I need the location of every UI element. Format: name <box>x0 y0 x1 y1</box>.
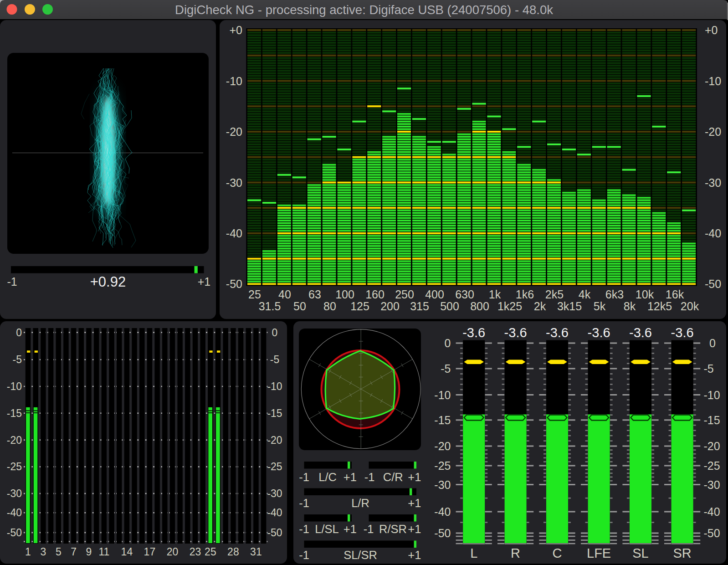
svg-text:0: 0 <box>16 327 22 339</box>
svg-text:1k: 1k <box>489 288 501 301</box>
svg-text:12k5: 12k5 <box>647 300 672 313</box>
svg-text:-10: -10 <box>267 380 282 392</box>
svg-text:-20: -20 <box>434 440 451 452</box>
svg-text:+0.92: +0.92 <box>90 274 126 290</box>
svg-text:-3.6: -3.6 <box>629 325 652 340</box>
svg-text:-5: -5 <box>13 354 22 365</box>
svg-text:-30: -30 <box>7 488 22 499</box>
svg-text:1k6: 1k6 <box>516 288 534 301</box>
svg-text:-15: -15 <box>434 414 451 426</box>
svg-text:-20: -20 <box>226 125 242 138</box>
svg-text:500: 500 <box>440 300 459 313</box>
svg-text:25: 25 <box>248 288 261 301</box>
svg-text:-50: -50 <box>267 527 282 539</box>
svg-text:14: 14 <box>121 546 133 558</box>
svg-text:-10: -10 <box>434 389 451 401</box>
svg-text:-20: -20 <box>267 434 282 446</box>
svg-text:80: 80 <box>323 300 336 313</box>
svg-text:50: 50 <box>293 300 306 313</box>
svg-text:-40: -40 <box>705 227 721 240</box>
svg-text:+0: +0 <box>705 24 718 36</box>
svg-text:31: 31 <box>250 546 262 558</box>
svg-text:8k: 8k <box>624 300 636 313</box>
svg-text:630: 630 <box>455 288 474 301</box>
svg-text:-40: -40 <box>434 505 451 518</box>
svg-text:800: 800 <box>470 300 489 313</box>
svg-text:+1: +1 <box>343 471 357 483</box>
svg-text:16k: 16k <box>666 288 684 301</box>
svg-text:-20: -20 <box>704 440 720 452</box>
svg-text:C/R: C/R <box>383 471 403 483</box>
svg-text:20: 20 <box>167 546 179 558</box>
svg-text:-30: -30 <box>705 176 721 189</box>
svg-text:6k3: 6k3 <box>605 288 624 301</box>
svg-text:63: 63 <box>308 288 321 301</box>
svg-text:-5: -5 <box>441 362 451 375</box>
svg-text:DigiCheck NG - processing acti: DigiCheck NG - processing active: Digifa… <box>175 3 553 17</box>
svg-text:-10: -10 <box>226 75 242 87</box>
svg-text:315: 315 <box>410 300 429 313</box>
svg-text:C: C <box>553 546 562 560</box>
svg-text:-1: -1 <box>299 549 309 561</box>
svg-text:-10: -10 <box>705 75 721 87</box>
svg-text:+1: +1 <box>408 471 421 483</box>
svg-text:-15: -15 <box>267 407 282 419</box>
svg-text:31.5: 31.5 <box>259 300 281 313</box>
svg-text:L/C: L/C <box>318 471 337 483</box>
svg-text:+0: +0 <box>229 24 242 36</box>
svg-text:25: 25 <box>205 546 216 558</box>
svg-text:-20: -20 <box>705 125 721 138</box>
svg-text:125: 125 <box>350 300 369 313</box>
svg-text:250: 250 <box>395 288 414 301</box>
svg-text:160: 160 <box>365 288 385 301</box>
svg-text:-40: -40 <box>704 505 720 518</box>
svg-text:1: 1 <box>25 546 31 558</box>
svg-text:-40: -40 <box>267 507 282 519</box>
svg-text:17: 17 <box>144 546 156 558</box>
svg-text:-25: -25 <box>434 459 451 472</box>
svg-text:R/SR: R/SR <box>379 523 407 535</box>
svg-text:-3.6: -3.6 <box>671 325 694 340</box>
svg-text:R: R <box>511 546 520 560</box>
svg-text:+1: +1 <box>408 523 421 535</box>
svg-text:200: 200 <box>380 300 400 313</box>
svg-text:-25: -25 <box>7 461 22 473</box>
svg-text:-5: -5 <box>704 362 714 375</box>
svg-text:11: 11 <box>98 546 109 558</box>
svg-text:0: 0 <box>445 337 451 349</box>
svg-text:-1: -1 <box>7 275 17 288</box>
svg-text:-5: -5 <box>270 354 279 365</box>
svg-text:-20: -20 <box>7 434 22 446</box>
svg-text:-1: -1 <box>299 523 309 535</box>
svg-text:400: 400 <box>425 288 444 301</box>
svg-text:-50: -50 <box>705 277 721 290</box>
svg-text:-1: -1 <box>364 471 375 483</box>
svg-text:-10: -10 <box>704 389 720 401</box>
svg-text:10k: 10k <box>636 288 654 301</box>
svg-text:5k: 5k <box>594 300 606 313</box>
svg-text:-30: -30 <box>434 478 451 491</box>
svg-text:LFE: LFE <box>587 546 611 560</box>
svg-text:SL/SR: SL/SR <box>343 549 377 561</box>
svg-text:9: 9 <box>86 546 92 558</box>
svg-text:5: 5 <box>56 546 62 558</box>
svg-text:40: 40 <box>278 288 291 301</box>
svg-text:-50: -50 <box>7 527 22 539</box>
svg-text:-30: -30 <box>704 478 720 491</box>
svg-text:-1: -1 <box>299 497 309 509</box>
svg-text:L/R: L/R <box>351 497 369 509</box>
svg-text:SL: SL <box>632 546 648 560</box>
svg-text:3: 3 <box>41 546 46 558</box>
svg-text:L: L <box>470 546 477 560</box>
svg-text:-1: -1 <box>364 523 374 535</box>
svg-text:1k25: 1k25 <box>497 300 522 313</box>
svg-text:-10: -10 <box>7 380 22 392</box>
svg-text:-25: -25 <box>704 459 720 472</box>
svg-text:-40: -40 <box>226 227 242 240</box>
svg-text:100: 100 <box>335 288 354 301</box>
svg-text:-3.6: -3.6 <box>462 325 485 340</box>
svg-text:+1: +1 <box>198 275 211 288</box>
svg-text:+1: +1 <box>408 549 421 561</box>
svg-text:2k: 2k <box>534 300 546 313</box>
svg-text:-3.6: -3.6 <box>588 325 610 340</box>
